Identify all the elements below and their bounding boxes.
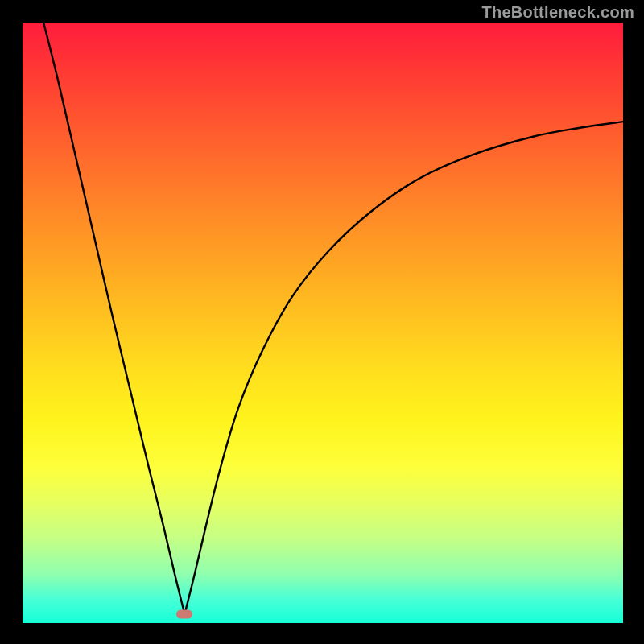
curve-right-branch (184, 122, 623, 614)
curve-svg (23, 23, 623, 623)
chart-container: TheBottleneck.com (0, 0, 644, 644)
watermark-text: TheBottleneck.com (481, 3, 634, 22)
curve-left-branch (43, 23, 184, 614)
minimum-marker (176, 609, 192, 618)
